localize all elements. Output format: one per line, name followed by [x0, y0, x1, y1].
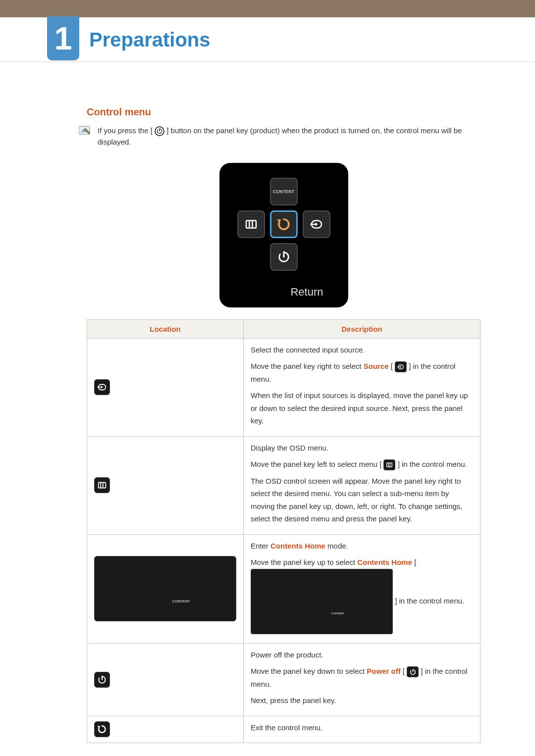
desc-text: The OSD control screen will appear. Move… [251, 475, 473, 525]
source-icon [395, 361, 407, 372]
panel-return-button[interactable] [270, 210, 298, 238]
desc-text: ] in the control menu. [395, 596, 464, 605]
desc-text: Move the panel key left to select menu [ [251, 460, 381, 468]
keyword-power-off: Power off [367, 667, 400, 675]
desc-text: [ [414, 558, 416, 566]
note-text-part1: If you press the [ [98, 126, 153, 135]
desc-text: When the list of input sources is displa… [251, 389, 473, 427]
col-description: Description [244, 319, 481, 338]
table-header-row: Location Description [87, 319, 481, 338]
note-text-part2: ] button on the panel key (product) when… [98, 126, 462, 146]
panel-power-button[interactable] [270, 243, 298, 271]
keyword-contents-home: Contents Home [357, 558, 412, 566]
desc-text: Power off the product. [251, 649, 473, 661]
panel-source-button[interactable] [303, 210, 330, 238]
return-label: Return [290, 286, 338, 299]
desc-text: ] in the control menu. [398, 460, 467, 468]
desc-text: Next, press the panel key. [251, 694, 473, 707]
power-icon [94, 672, 110, 688]
power-icon [155, 126, 164, 136]
control-menu-panel: CONTENT Return [219, 163, 348, 307]
desc-text: Move the panel key up to select [251, 558, 357, 566]
keyword-source: Source [364, 362, 389, 370]
col-location: Location [87, 319, 244, 338]
desc-text: Display the OSD menu. [251, 442, 473, 454]
table-row: Display the OSD menu. Move the panel key… [87, 436, 481, 534]
panel-menu-button[interactable] [237, 210, 265, 238]
content-icon: CONTENT [94, 556, 236, 621]
keyword-contents-home: Contents Home [270, 542, 325, 550]
menu-icon [383, 459, 395, 470]
desc-text: [ [391, 362, 393, 370]
section-heading: Control menu [87, 106, 481, 118]
panel-content-button[interactable]: CONTENT [270, 178, 298, 205]
table-row: Exit the control menu. [87, 716, 481, 743]
desc-text: [ [403, 667, 405, 675]
table-row: CONTENT Enter Contents Home mode. Move t… [87, 534, 481, 643]
menu-icon [94, 477, 110, 493]
note: If you press the [ ] button on the panel… [79, 125, 481, 148]
functions-table: Location Description Select the connecte… [87, 319, 481, 744]
table-row: Select the connected input source. Move … [87, 338, 481, 436]
header: 1 Preparations [0, 17, 535, 62]
desc-text: Select the connected input source. [251, 344, 473, 356]
top-bar [0, 0, 535, 17]
return-icon [94, 721, 110, 737]
chapter-number-badge: 1 [47, 16, 79, 60]
desc-text: Move the panel key down to select [251, 667, 367, 675]
desc-text: mode. [327, 542, 348, 550]
content-icon: CONTENT [251, 569, 393, 634]
note-icon [79, 125, 91, 137]
chapter-title: Preparations [89, 17, 211, 61]
table-row: Power off the product. Move the panel ke… [87, 643, 481, 716]
desc-text: Exit the control menu. [251, 721, 473, 734]
power-icon [407, 666, 419, 677]
desc-text: Enter [251, 542, 270, 550]
source-icon [94, 379, 110, 395]
desc-text: Move the panel key right to select [251, 362, 364, 370]
